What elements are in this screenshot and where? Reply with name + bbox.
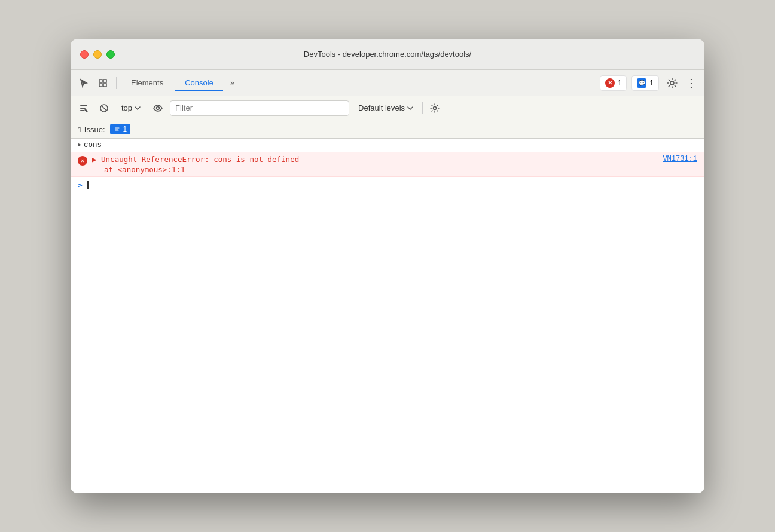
message-count: 1 bbox=[649, 79, 654, 87]
log-levels-selector[interactable]: Default levels bbox=[353, 100, 419, 115]
minimize-button[interactable] bbox=[93, 50, 102, 59]
settings-icon[interactable] bbox=[664, 75, 681, 91]
tab-divider bbox=[116, 77, 117, 89]
live-expressions-icon[interactable] bbox=[149, 100, 166, 117]
issues-badge[interactable]: 1 bbox=[110, 124, 131, 134]
console-cursor bbox=[87, 181, 89, 189]
tab-console[interactable]: Console bbox=[175, 75, 223, 91]
console-settings-icon[interactable] bbox=[426, 100, 443, 117]
svg-line-10 bbox=[102, 105, 107, 111]
close-button[interactable] bbox=[80, 50, 89, 59]
error-message: ▶ Uncaught ReferenceError: cons is not d… bbox=[92, 155, 299, 164]
clear-console-button[interactable] bbox=[75, 100, 92, 117]
error-entry: ✕ ▶ Uncaught ReferenceError: cons is not… bbox=[71, 152, 704, 177]
error-circle-icon: ✕ bbox=[78, 156, 87, 166]
window-title: DevTools - developer.chrome.com/tags/dev… bbox=[304, 50, 471, 59]
svg-rect-7 bbox=[80, 110, 84, 111]
svg-rect-0 bbox=[99, 80, 102, 82]
inspect-icon[interactable] bbox=[94, 75, 111, 91]
svg-rect-1 bbox=[103, 80, 106, 82]
error-source-link[interactable]: VM1731:1 bbox=[663, 155, 697, 163]
console-entry-normal: ▶ cons bbox=[71, 139, 704, 152]
error-stack: at <anonymous>:1:1 bbox=[92, 165, 697, 174]
error-count-badge[interactable]: ✕ 1 bbox=[600, 75, 627, 91]
svg-rect-3 bbox=[103, 84, 106, 87]
filter-input[interactable] bbox=[170, 100, 349, 116]
error-line1: ▶ Uncaught ReferenceError: cons is not d… bbox=[92, 155, 697, 164]
console-input-row[interactable]: > bbox=[71, 177, 704, 193]
devtools-window: DevTools - developer.chrome.com/tags/dev… bbox=[71, 39, 704, 493]
tab-more[interactable]: » bbox=[225, 75, 239, 91]
block-icon[interactable] bbox=[96, 100, 112, 117]
message-count-badge[interactable]: 💬 1 bbox=[631, 75, 659, 91]
maximize-button[interactable] bbox=[106, 50, 115, 59]
tabbar: Elements Console » ✕ 1 💬 1 ⋮ bbox=[71, 70, 704, 96]
error-count: 1 bbox=[618, 79, 622, 87]
entry-text: cons bbox=[84, 141, 102, 149]
titlebar: DevTools - developer.chrome.com/tags/dev… bbox=[71, 39, 704, 70]
error-content: ▶ Uncaught ReferenceError: cons is not d… bbox=[92, 155, 697, 174]
error-icon: ✕ bbox=[605, 78, 615, 88]
more-options-icon[interactable]: ⋮ bbox=[683, 75, 700, 91]
toolbar-separator bbox=[422, 102, 423, 114]
svg-marker-8 bbox=[84, 109, 88, 112]
log-levels-label: Default levels bbox=[358, 103, 405, 112]
svg-point-4 bbox=[670, 81, 674, 85]
svg-rect-5 bbox=[80, 105, 87, 106]
svg-rect-6 bbox=[80, 108, 86, 109]
context-label: top bbox=[121, 103, 132, 112]
issues-bar: 1 Issue: 1 bbox=[71, 120, 704, 139]
console-toolbar: top Default levels bbox=[71, 96, 704, 120]
traffic-lights bbox=[80, 50, 115, 59]
message-icon: 💬 bbox=[637, 78, 646, 88]
svg-rect-2 bbox=[99, 84, 102, 87]
issues-count: 1 bbox=[123, 125, 127, 133]
svg-point-11 bbox=[157, 106, 160, 109]
console-prompt: > bbox=[78, 181, 83, 189]
cursor-icon[interactable] bbox=[75, 75, 92, 91]
svg-point-12 bbox=[434, 106, 437, 109]
issues-label: 1 Issue: bbox=[78, 125, 105, 134]
tab-elements[interactable]: Elements bbox=[121, 75, 173, 91]
context-selector[interactable]: top bbox=[116, 100, 146, 115]
expand-arrow-icon[interactable]: ▶ bbox=[78, 141, 81, 148]
console-content: ▶ cons ✕ ▶ Uncaught ReferenceError: cons… bbox=[71, 139, 704, 493]
